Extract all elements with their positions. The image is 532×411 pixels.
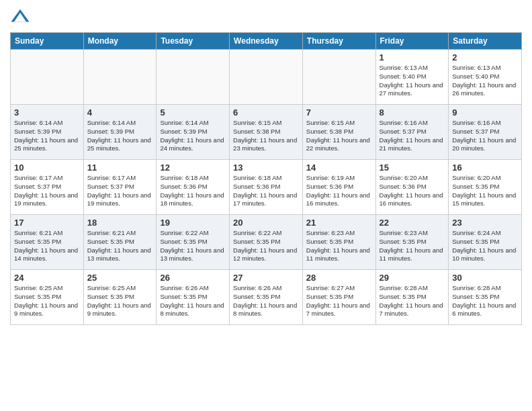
day-number: 23 xyxy=(452,218,518,228)
day-number: 6 xyxy=(233,107,299,118)
calendar-cell: 4Sunrise: 6:14 AM Sunset: 5:39 PM Daylig… xyxy=(83,105,157,160)
calendar-cell: 29Sunrise: 6:28 AM Sunset: 5:35 PM Dayli… xyxy=(375,270,449,325)
weekday-header-saturday: Saturday xyxy=(449,33,522,50)
calendar-cell: 20Sunrise: 6:22 AM Sunset: 5:35 PM Dayli… xyxy=(230,215,303,270)
day-number: 2 xyxy=(452,52,518,62)
day-number: 8 xyxy=(380,107,445,118)
weekday-header-sunday: Sunday xyxy=(11,33,84,50)
day-info: Sunrise: 6:26 AM Sunset: 5:35 PM Dayligh… xyxy=(160,284,226,318)
day-number: 28 xyxy=(306,273,372,283)
calendar-cell: 30Sunrise: 6:28 AM Sunset: 5:35 PM Dayli… xyxy=(449,270,522,325)
calendar-cell: 8Sunrise: 6:16 AM Sunset: 5:37 PM Daylig… xyxy=(375,105,449,160)
day-info: Sunrise: 6:26 AM Sunset: 5:35 PM Dayligh… xyxy=(233,284,299,318)
calendar-cell: 2Sunrise: 6:13 AM Sunset: 5:40 PM Daylig… xyxy=(449,50,522,105)
calendar-cell: 23Sunrise: 6:24 AM Sunset: 5:35 PM Dayli… xyxy=(449,215,522,270)
calendar-cell: 3Sunrise: 6:14 AM Sunset: 5:39 PM Daylig… xyxy=(11,105,84,160)
calendar-cell: 24Sunrise: 6:25 AM Sunset: 5:35 PM Dayli… xyxy=(11,270,84,325)
calendar-cell: 6Sunrise: 6:15 AM Sunset: 5:38 PM Daylig… xyxy=(230,105,303,160)
logo xyxy=(10,7,33,27)
calendar-cell: 18Sunrise: 6:21 AM Sunset: 5:35 PM Dayli… xyxy=(83,215,157,270)
day-number: 15 xyxy=(380,163,445,173)
day-info: Sunrise: 6:14 AM Sunset: 5:39 PM Dayligh… xyxy=(87,119,153,153)
day-number: 19 xyxy=(160,218,226,228)
day-number: 3 xyxy=(14,107,80,118)
day-number: 4 xyxy=(87,107,153,118)
calendar-cell: 7Sunrise: 6:15 AM Sunset: 5:38 PM Daylig… xyxy=(302,105,375,160)
day-number: 25 xyxy=(87,273,153,283)
day-number: 5 xyxy=(160,107,226,118)
day-info: Sunrise: 6:14 AM Sunset: 5:39 PM Dayligh… xyxy=(14,119,80,153)
logo-icon xyxy=(10,7,30,27)
day-number: 24 xyxy=(14,273,80,283)
calendar-cell xyxy=(302,50,375,105)
calendar-cell: 27Sunrise: 6:26 AM Sunset: 5:35 PM Dayli… xyxy=(230,270,303,325)
day-number: 29 xyxy=(380,273,445,283)
weekday-header-row: SundayMondayTuesdayWednesdayThursdayFrid… xyxy=(11,33,522,50)
day-number: 9 xyxy=(452,107,518,118)
calendar-cell: 10Sunrise: 6:17 AM Sunset: 5:37 PM Dayli… xyxy=(11,160,84,215)
day-info: Sunrise: 6:15 AM Sunset: 5:38 PM Dayligh… xyxy=(306,119,372,153)
day-info: Sunrise: 6:13 AM Sunset: 5:40 PM Dayligh… xyxy=(452,64,518,98)
calendar-cell: 15Sunrise: 6:20 AM Sunset: 5:36 PM Dayli… xyxy=(375,160,449,215)
day-number: 22 xyxy=(380,218,445,228)
day-info: Sunrise: 6:19 AM Sunset: 5:36 PM Dayligh… xyxy=(306,174,372,208)
calendar-cell: 5Sunrise: 6:14 AM Sunset: 5:39 PM Daylig… xyxy=(157,105,230,160)
day-info: Sunrise: 6:28 AM Sunset: 5:35 PM Dayligh… xyxy=(380,284,445,318)
day-info: Sunrise: 6:20 AM Sunset: 5:35 PM Dayligh… xyxy=(452,174,518,208)
calendar-cell: 19Sunrise: 6:22 AM Sunset: 5:35 PM Dayli… xyxy=(157,215,230,270)
week-row-1: 3Sunrise: 6:14 AM Sunset: 5:39 PM Daylig… xyxy=(11,105,522,160)
day-number: 18 xyxy=(87,218,153,228)
week-row-2: 10Sunrise: 6:17 AM Sunset: 5:37 PM Dayli… xyxy=(11,160,522,215)
day-number: 16 xyxy=(452,163,518,173)
calendar-cell: 28Sunrise: 6:27 AM Sunset: 5:35 PM Dayli… xyxy=(302,270,375,325)
day-number: 1 xyxy=(380,52,445,62)
day-info: Sunrise: 6:25 AM Sunset: 5:35 PM Dayligh… xyxy=(14,284,80,318)
day-number: 26 xyxy=(160,273,226,283)
day-info: Sunrise: 6:14 AM Sunset: 5:39 PM Dayligh… xyxy=(160,119,226,153)
day-info: Sunrise: 6:15 AM Sunset: 5:38 PM Dayligh… xyxy=(233,119,299,153)
day-info: Sunrise: 6:17 AM Sunset: 5:37 PM Dayligh… xyxy=(87,174,153,208)
day-number: 10 xyxy=(14,163,80,173)
calendar-cell: 25Sunrise: 6:25 AM Sunset: 5:35 PM Dayli… xyxy=(83,270,157,325)
day-info: Sunrise: 6:16 AM Sunset: 5:37 PM Dayligh… xyxy=(380,119,445,153)
day-info: Sunrise: 6:28 AM Sunset: 5:35 PM Dayligh… xyxy=(452,284,518,318)
day-info: Sunrise: 6:18 AM Sunset: 5:36 PM Dayligh… xyxy=(233,174,299,208)
calendar-cell: 13Sunrise: 6:18 AM Sunset: 5:36 PM Dayli… xyxy=(230,160,303,215)
day-info: Sunrise: 6:13 AM Sunset: 5:40 PM Dayligh… xyxy=(380,64,445,98)
day-number: 17 xyxy=(14,218,80,228)
day-number: 30 xyxy=(452,273,518,283)
calendar-cell: 21Sunrise: 6:23 AM Sunset: 5:35 PM Dayli… xyxy=(302,215,375,270)
calendar-cell: 1Sunrise: 6:13 AM Sunset: 5:40 PM Daylig… xyxy=(375,50,449,105)
weekday-header-monday: Monday xyxy=(83,33,157,50)
day-number: 7 xyxy=(306,107,372,118)
day-number: 11 xyxy=(87,163,153,173)
weekday-header-wednesday: Wednesday xyxy=(230,33,303,50)
calendar-cell xyxy=(83,50,157,105)
calendar-cell xyxy=(230,50,303,105)
day-number: 27 xyxy=(233,273,299,283)
calendar-cell: 17Sunrise: 6:21 AM Sunset: 5:35 PM Dayli… xyxy=(11,215,84,270)
day-number: 14 xyxy=(306,163,372,173)
day-info: Sunrise: 6:22 AM Sunset: 5:35 PM Dayligh… xyxy=(160,229,226,263)
week-row-3: 17Sunrise: 6:21 AM Sunset: 5:35 PM Dayli… xyxy=(11,215,522,270)
day-number: 21 xyxy=(306,218,372,228)
day-info: Sunrise: 6:18 AM Sunset: 5:36 PM Dayligh… xyxy=(160,174,226,208)
calendar-cell: 26Sunrise: 6:26 AM Sunset: 5:35 PM Dayli… xyxy=(157,270,230,325)
day-number: 13 xyxy=(233,163,299,173)
header xyxy=(10,7,522,27)
calendar-cell: 9Sunrise: 6:16 AM Sunset: 5:37 PM Daylig… xyxy=(449,105,522,160)
week-row-0: 1Sunrise: 6:13 AM Sunset: 5:40 PM Daylig… xyxy=(11,50,522,105)
day-info: Sunrise: 6:23 AM Sunset: 5:35 PM Dayligh… xyxy=(306,229,372,263)
day-info: Sunrise: 6:25 AM Sunset: 5:35 PM Dayligh… xyxy=(87,284,153,318)
day-number: 12 xyxy=(160,163,226,173)
weekday-header-thursday: Thursday xyxy=(302,33,375,50)
day-info: Sunrise: 6:21 AM Sunset: 5:35 PM Dayligh… xyxy=(87,229,153,263)
day-info: Sunrise: 6:22 AM Sunset: 5:35 PM Dayligh… xyxy=(233,229,299,263)
calendar-cell: 16Sunrise: 6:20 AM Sunset: 5:35 PM Dayli… xyxy=(449,160,522,215)
calendar-cell: 22Sunrise: 6:23 AM Sunset: 5:35 PM Dayli… xyxy=(375,215,449,270)
day-info: Sunrise: 6:27 AM Sunset: 5:35 PM Dayligh… xyxy=(306,284,372,318)
day-info: Sunrise: 6:16 AM Sunset: 5:37 PM Dayligh… xyxy=(452,119,518,153)
day-info: Sunrise: 6:20 AM Sunset: 5:36 PM Dayligh… xyxy=(380,174,445,208)
calendar-cell: 11Sunrise: 6:17 AM Sunset: 5:37 PM Dayli… xyxy=(83,160,157,215)
weekday-header-tuesday: Tuesday xyxy=(157,33,230,50)
